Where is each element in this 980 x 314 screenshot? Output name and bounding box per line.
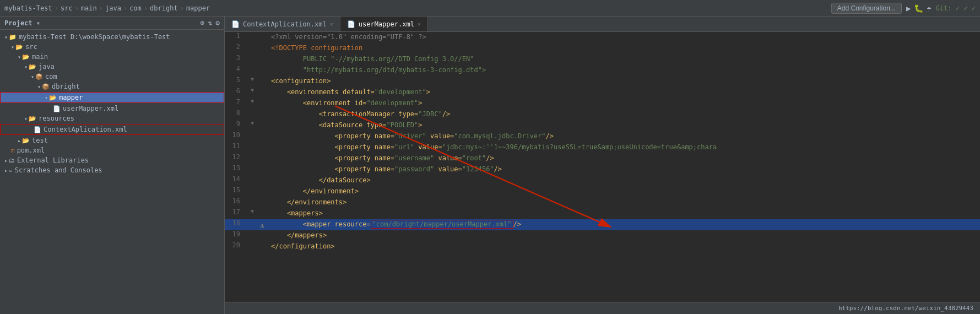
tree-label-scratches: Scratches and Consoles xyxy=(15,166,102,174)
line-number-17: 17 xyxy=(225,208,247,219)
tab-label-contextapp: ContextAplication.xml xyxy=(243,20,327,28)
code-segment: value= xyxy=(426,132,454,140)
folder-test-icon: 📂 xyxy=(22,137,30,144)
tree-item-scratches[interactable]: ▸ ✏ Scratches and Consoles xyxy=(0,165,224,175)
sidebar-title: Project ▾ xyxy=(4,19,40,27)
tree-item-resources[interactable]: ▾ 📂 resources xyxy=(0,113,224,123)
code-segment: "jdbc:mys~:''1~ xyxy=(442,143,502,151)
line-number-5: 5 xyxy=(225,76,247,87)
editor-area: 📄 ContextAplication.xml ✕ 📄 userMapper.x… xyxy=(225,17,980,314)
tree-item-java[interactable]: ▾ 📂 java xyxy=(0,62,224,72)
code-segment: "root" xyxy=(462,154,486,162)
tab-close-contextapp[interactable]: ✕ xyxy=(330,21,333,27)
tab-usermapper[interactable]: 📄 userMapper.xml ✕ xyxy=(340,17,428,31)
line-number-20: 20 xyxy=(225,241,247,252)
gutter-5: ▼ xyxy=(247,76,258,87)
tree-label-mybatis-test: mybatis-Test D:\woekSpace\mybatis-Test xyxy=(19,33,170,41)
code-segment: value= xyxy=(434,154,462,162)
code-line-2: 2<!DOCTYPE configuration xyxy=(225,43,980,54)
code-segment: "development" xyxy=(375,88,426,96)
code-segment: </configuration> xyxy=(271,242,335,250)
code-line-1: 1<?xml version="1.0" encoding="UTF-8" ?> xyxy=(225,32,980,43)
gutter-15 xyxy=(247,186,258,197)
tree-item-dbright[interactable]: ▾ 📦 dbright xyxy=(0,82,224,91)
tree-item-src[interactable]: ▾ 📂 src xyxy=(0,42,224,52)
folder-main-icon: 📂 xyxy=(22,53,30,61)
line-number-6: 6 xyxy=(225,87,247,98)
code-segment: "url" xyxy=(394,143,414,151)
warn-cell-19 xyxy=(258,230,267,241)
breadcrumb: mybatis-Test › src › main › java › com ›… xyxy=(4,4,210,12)
line-content-16: </environments> xyxy=(267,197,980,208)
git-status: Git: ✓ ✓ ✓ xyxy=(936,4,976,12)
breadcrumb-mapper: mapper xyxy=(186,4,210,12)
line-content-14: </dataSource> xyxy=(267,175,980,186)
line-number-11: 11 xyxy=(225,142,247,153)
warn-cell-8 xyxy=(258,109,267,120)
code-segment: /> xyxy=(494,165,502,173)
gutter-1 xyxy=(247,32,258,43)
package-com-icon: 📦 xyxy=(35,73,43,80)
tree-item-com[interactable]: ▾ 📦 com xyxy=(0,72,224,82)
gutter-7: ▼ xyxy=(247,98,258,109)
line-number-9: 9 xyxy=(225,120,247,131)
add-configuration-button[interactable]: Add Configuration... xyxy=(831,3,902,14)
gutter-16 xyxy=(247,197,258,208)
project-icon: 📁 xyxy=(9,34,17,41)
sidebar-add-icon[interactable]: ⊕ xyxy=(201,19,205,27)
line-number-13: 13 xyxy=(225,164,247,175)
code-line-11: 11 <property name="url" value="jdbc:mys~… xyxy=(225,142,980,153)
tree-label-main: main xyxy=(32,53,48,61)
expand-arrow: ▾ xyxy=(4,34,8,40)
sidebar-sort-icon[interactable]: ⇅ xyxy=(208,19,212,27)
tree-label-contextapp: ContextAplication.xml xyxy=(44,126,127,133)
xml-tab-icon-contextapp: 📄 xyxy=(231,20,240,28)
code-segment: "password" xyxy=(394,165,434,173)
sidebar-tree[interactable]: ▾ 📁 mybatis-Test D:\woekSpace\mybatis-Te… xyxy=(0,30,224,314)
tree-item-contextapp[interactable]: 📄 ContextAplication.xml xyxy=(0,124,224,135)
warn-cell-20 xyxy=(258,241,267,252)
tree-label-dbright: dbright xyxy=(52,83,80,90)
tree-item-usermapper[interactable]: 📄 userMapper.xml xyxy=(0,104,224,113)
top-bar-right: Add Configuration... ▶ 🐛 ☂ Git: ✓ ✓ ✓ xyxy=(831,3,976,14)
code-segment: > xyxy=(418,99,422,107)
code-segment: </dataSource> xyxy=(271,176,371,184)
line-content-13: <property name="password" value="123456"… xyxy=(267,164,980,175)
tree-item-pom[interactable]: m pom.xml xyxy=(0,145,224,155)
tree-item-mapper[interactable]: ▾ 📂 mapper xyxy=(0,92,224,103)
sidebar: Project ▾ ⊕ ⇅ ⚙ ▾ 📁 mybatis-Test D:\woek… xyxy=(0,17,225,314)
tree-label-pom: pom.xml xyxy=(17,147,45,154)
tree-item-ext-libs[interactable]: ▸ 🗂 External Libraries xyxy=(0,155,224,165)
code-segment: "development" xyxy=(366,99,418,107)
run-coverage-icon[interactable]: ☂ xyxy=(927,4,931,13)
tab-label-usermapper: userMapper.xml xyxy=(359,20,414,28)
code-segment: value= xyxy=(414,143,442,151)
run-icon[interactable]: ▶ xyxy=(906,4,911,13)
code-segment: <environments default= xyxy=(271,88,375,96)
tab-close-usermapper[interactable]: ✕ xyxy=(418,21,421,27)
xml-tab-icon-usermapper: 📄 xyxy=(347,20,355,28)
code-line-10: 10 <property name="driver" value="com.my… xyxy=(225,131,980,142)
code-editor[interactable]: 1<?xml version="1.0" encoding="UTF-8" ?>… xyxy=(225,32,980,252)
breadcrumb-project: mybatis-Test xyxy=(4,4,52,12)
tab-contextapp[interactable]: 📄 ContextAplication.xml ✕ xyxy=(225,17,340,31)
expand-arrow-main: ▾ xyxy=(18,54,21,60)
line-number-19: 19 xyxy=(225,230,247,241)
code-segment: <property name= xyxy=(271,165,394,173)
gutter-11 xyxy=(247,142,258,153)
code-line-19: 19 </mappers> xyxy=(225,230,980,241)
gutter-14 xyxy=(247,175,258,186)
sidebar-header: Project ▾ ⊕ ⇅ ⚙ xyxy=(0,17,224,30)
code-line-8: 8 <transactionManager type="JDBC"/> xyxy=(225,109,980,120)
code-segment: "123456" xyxy=(462,165,494,173)
tree-item-mybatis-test[interactable]: ▾ 📁 mybatis-Test D:\woekSpace\mybatis-Te… xyxy=(0,32,224,42)
debug-icon[interactable]: 🐛 xyxy=(914,4,923,13)
line-number-14: 14 xyxy=(225,175,247,186)
package-dbright-icon: 📦 xyxy=(42,83,50,90)
sidebar-settings-icon[interactable]: ⚙ xyxy=(215,19,220,27)
tree-item-main[interactable]: ▾ 📂 main xyxy=(0,52,224,62)
warn-cell-2 xyxy=(258,43,267,54)
maven-pom-icon: m xyxy=(11,147,15,154)
tree-item-test[interactable]: ▸ 📂 test xyxy=(0,136,224,145)
line-content-20: </configuration> xyxy=(267,241,980,252)
